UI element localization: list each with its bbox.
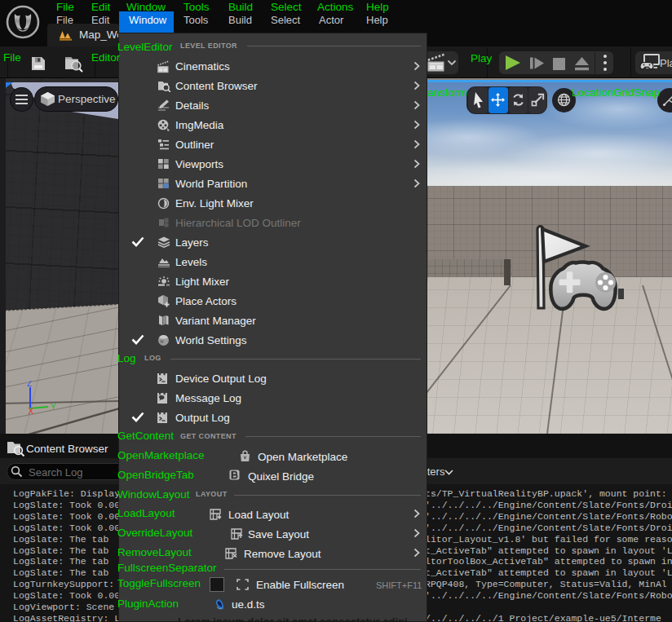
svg-text:Z: Z — [27, 381, 32, 388]
svg-text:X: X — [29, 407, 34, 416]
svg-text:Y: Y — [51, 403, 56, 412]
